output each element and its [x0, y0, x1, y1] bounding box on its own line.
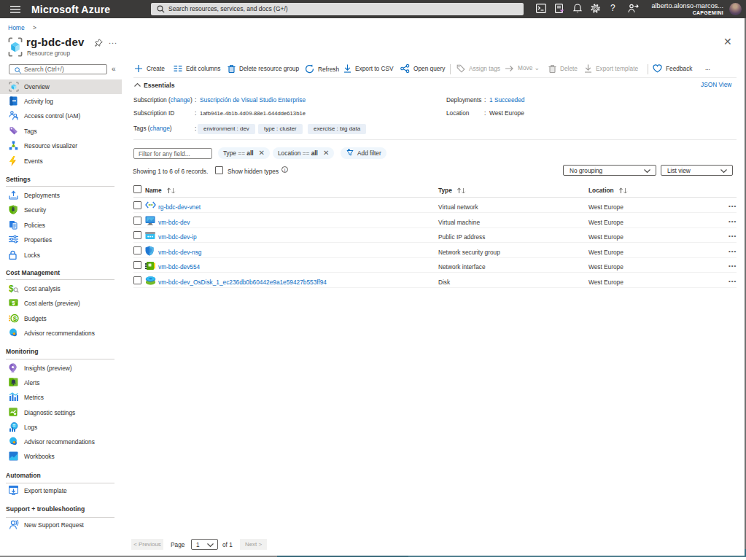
svg-text:$: $	[9, 284, 14, 293]
svg-text:$: $	[12, 300, 15, 306]
svg-text:$: $	[13, 314, 18, 322]
